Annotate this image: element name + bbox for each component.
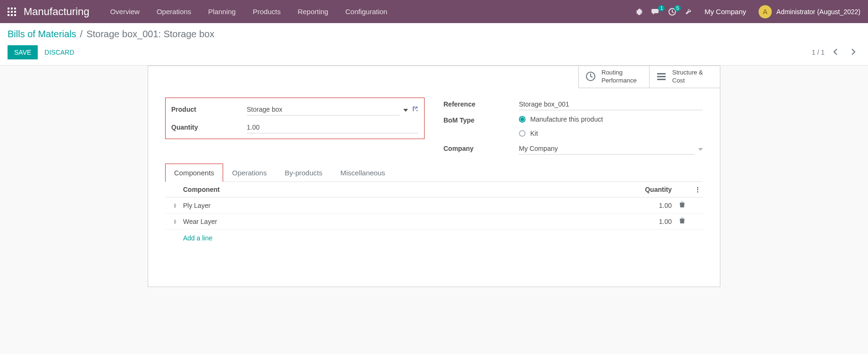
table-row[interactable]: ▲▼ Wear Layer 1.00 [165,214,703,230]
drag-handle-icon[interactable]: ▲▼ [167,203,183,208]
top-navbar: Manufacturing Overview Operations Planni… [0,0,868,23]
pager-text[interactable]: 1 / 1 [812,49,825,56]
debug-icon[interactable] [635,8,643,16]
form-left-column: Product Quantity [165,98,425,160]
radio-checked-icon [519,116,526,123]
form-area: Routing Performance Structure & Cost [0,66,868,298]
svg-rect-3 [657,79,666,80]
discuss-badge: 1 [658,5,665,11]
row-delete-icon[interactable] [672,201,693,209]
username: Administrator (August_2022) [776,8,860,16]
label-company: Company [443,145,519,152]
app-title[interactable]: Manufacturing [24,6,89,18]
stat-routing-performance[interactable]: Routing Performance [578,66,649,88]
drag-handle-icon[interactable]: ▲▼ [167,219,183,224]
radio-manufacture-label: Manufacture this product [530,115,603,123]
row-component[interactable]: Wear Layer [183,218,625,225]
product-input[interactable] [247,104,400,115]
table-row[interactable]: ▲▼ Ply Layer 1.00 [165,198,703,214]
systray: 1 5 My Company A Administrator (August_2… [635,5,860,18]
apps-menu-icon[interactable] [8,8,16,16]
label-bom-type: BoM Type [443,115,519,124]
stat-routing-l2: Performance [601,77,636,85]
bom-type-radio-group: Manufacture this product Kit [519,115,703,137]
pager-next[interactable] [846,46,860,59]
label-quantity: Quantity [171,123,247,131]
form-right-column: Reference BoM Type Manufacture this prod… [443,98,703,160]
menu-operations[interactable]: Operations [149,4,199,19]
breadcrumb-root[interactable]: Bills of Materials [8,29,76,40]
add-a-line[interactable]: Add a line [165,230,703,242]
stat-structure-l1: Structure & [672,69,703,77]
row-quantity[interactable]: 1.00 [625,218,672,225]
menu-configuration[interactable]: Configuration [338,4,395,19]
save-button[interactable]: SAVE [8,45,38,59]
user-menu[interactable]: A Administrator (August_2022) [759,5,860,18]
reference-input[interactable] [519,99,703,110]
clock-icon [585,71,596,83]
label-product: Product [171,106,247,113]
bars-icon [656,71,667,83]
tabs: Components Operations By-products Miscel… [165,164,703,182]
avatar: A [759,5,772,18]
tab-by-products[interactable]: By-products [275,164,331,181]
discard-button[interactable]: DISCARD [38,45,81,59]
grid-header: Component Quantity ⋮ [165,182,703,198]
radio-kit[interactable]: Kit [519,130,703,137]
label-reference: Reference [443,100,519,108]
product-dropdown-icon[interactable] [403,106,408,113]
quantity-input[interactable] [247,122,418,133]
header-component: Component [183,186,625,193]
stat-structure-l2: Cost [672,77,703,85]
tools-icon[interactable] [684,8,692,16]
components-grid: Component Quantity ⋮ ▲▼ Ply Layer 1.00 [165,182,703,242]
tab-operations[interactable]: Operations [223,164,275,181]
activity-icon[interactable]: 5 [668,8,676,16]
company-switcher[interactable]: My Company [701,8,750,16]
grid-kebab-icon[interactable]: ⋮ [693,186,701,193]
add-line-link[interactable]: Add a line [183,234,212,242]
row-delete-icon[interactable] [672,217,693,225]
tab-components[interactable]: Components [165,164,223,182]
header-quantity: Quantity [625,186,672,193]
pager-prev[interactable] [828,46,843,59]
stat-routing-l1: Routing [601,69,636,77]
stat-buttons: Routing Performance Structure & Cost [148,66,720,88]
row-quantity[interactable]: 1.00 [625,202,672,209]
external-link-icon[interactable] [412,106,418,114]
breadcrumb-sep: / [80,29,83,40]
row-component[interactable]: Ply Layer [183,202,625,209]
form-sheet: Routing Performance Structure & Cost [148,66,720,287]
activity-badge: 5 [674,5,681,11]
main-menu: Overview Operations Planning Products Re… [102,4,395,19]
svg-rect-1 [657,73,666,74]
stat-structure-cost[interactable]: Structure & Cost [649,66,720,88]
breadcrumb-current: Storage box_001: Storage box [86,29,214,40]
breadcrumb: Bills of Materials / Storage box_001: St… [8,29,214,40]
menu-overview[interactable]: Overview [102,4,147,19]
menu-reporting[interactable]: Reporting [290,4,336,19]
tab-miscellaneous[interactable]: Miscellaneous [331,164,394,181]
form-fields: Product Quantity [148,88,720,164]
menu-products[interactable]: Products [245,4,288,19]
notebook: Components Operations By-products Miscel… [148,164,720,251]
company-dropdown-icon[interactable] [698,145,703,152]
radio-manufacture[interactable]: Manufacture this product [519,115,703,123]
pager: 1 / 1 [812,46,860,59]
highlighted-fields: Product Quantity [165,98,425,139]
radio-unchecked-icon [519,130,526,137]
radio-kit-label: Kit [530,130,538,137]
company-input[interactable] [519,143,694,155]
discuss-icon[interactable]: 1 [651,8,660,16]
control-panel: Bills of Materials / Storage box_001: St… [0,23,868,66]
svg-rect-2 [657,76,666,77]
menu-planning[interactable]: Planning [200,4,243,19]
